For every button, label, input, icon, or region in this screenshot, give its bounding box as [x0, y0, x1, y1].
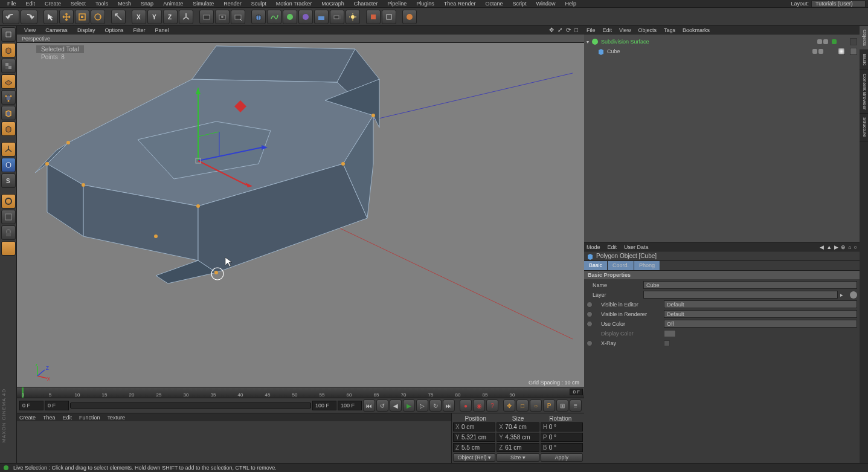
- attr-tab-coord[interactable]: Coord.: [608, 261, 634, 270]
- menu-select[interactable]: Select: [66, 1, 91, 7]
- om-menu-tags[interactable]: Tags: [664, 27, 675, 33]
- cmd-texture[interactable]: Texture: [108, 415, 126, 421]
- am-menu-userdata[interactable]: User Data: [624, 244, 649, 250]
- prev-frame-button[interactable]: ◀: [390, 399, 402, 412]
- menu-sculpt[interactable]: Sculpt: [246, 1, 271, 7]
- next-key-button[interactable]: ↻: [429, 399, 442, 412]
- workplane-mode[interactable]: [1, 74, 16, 89]
- tweak-mode[interactable]: [1, 158, 16, 172]
- keyopts-button[interactable]: ?: [486, 399, 498, 412]
- coord-rot-b[interactable]: B0 °: [541, 443, 583, 452]
- timeline-start-frame[interactable]: 0 F: [19, 401, 43, 410]
- om-menu-view[interactable]: View: [619, 27, 631, 33]
- am-nav-home[interactable]: ⌂: [848, 244, 851, 250]
- coord-mode-dropdown[interactable]: Object (Rel) ▾: [453, 453, 495, 462]
- axis-x-lock[interactable]: X: [132, 10, 146, 24]
- recent-tool[interactable]: [111, 10, 126, 24]
- am-nav-new[interactable]: ⊕: [841, 244, 846, 250]
- key-rot-button[interactable]: ○: [530, 399, 542, 412]
- thea-tool1[interactable]: [366, 10, 381, 24]
- edge-mode[interactable]: [1, 106, 16, 120]
- menu-character[interactable]: Character: [349, 1, 383, 7]
- menu-create[interactable]: Create: [40, 1, 66, 7]
- move-tool[interactable]: [59, 10, 74, 24]
- attr-visrenderer-radio[interactable]: [587, 311, 593, 317]
- locked-tool[interactable]: [1, 225, 16, 240]
- attr-viseditor-dropdown[interactable]: Default: [664, 300, 857, 308]
- menu-script[interactable]: Script: [507, 1, 531, 7]
- side-tab-objects[interactable]: Objects: [860, 26, 868, 50]
- timeline-range-end[interactable]: 100 F: [312, 401, 336, 410]
- undo-button[interactable]: [2, 10, 19, 24]
- next-frame-button[interactable]: ▷: [416, 399, 428, 412]
- object-tree[interactable]: ▾ Subdivision Surface Cube: [584, 34, 860, 243]
- attr-xray-checkbox[interactable]: [664, 340, 670, 346]
- octane-settings[interactable]: [402, 10, 417, 24]
- attr-xray-radio[interactable]: [587, 340, 593, 346]
- coord-size-z[interactable]: Z61 cm: [497, 443, 539, 452]
- key-pos-button[interactable]: ✥: [503, 399, 515, 412]
- attr-tab-phong[interactable]: Phong: [634, 261, 660, 270]
- axis-y-lock[interactable]: Y: [147, 10, 162, 24]
- menu-animate[interactable]: Animate: [158, 1, 188, 7]
- coord-rot-h[interactable]: H0 °: [541, 422, 583, 432]
- coord-pos-y[interactable]: Y5.321 cm: [453, 433, 495, 442]
- layout-dropdown[interactable]: Tutorials (User): [811, 1, 866, 7]
- tag2-icon[interactable]: [850, 48, 857, 55]
- vp-maximize-icon[interactable]: □: [574, 27, 582, 34]
- misc-tool[interactable]: [1, 241, 16, 256]
- menu-snap[interactable]: Snap: [136, 1, 158, 7]
- cmd-thea[interactable]: Thea: [43, 415, 56, 421]
- axis-z-lock[interactable]: Z: [163, 10, 178, 24]
- attr-tab-basic[interactable]: Basic: [584, 261, 608, 270]
- key-pla-button[interactable]: ⊞: [556, 399, 568, 412]
- add-spline[interactable]: [267, 10, 281, 24]
- menu-pipeline[interactable]: Pipeline: [382, 1, 411, 7]
- render-pv[interactable]: [215, 10, 230, 24]
- add-environment[interactable]: [314, 10, 329, 24]
- timeline-range-start[interactable]: 0 F: [45, 401, 69, 410]
- am-nav-up[interactable]: ▲: [826, 244, 832, 250]
- add-cube[interactable]: [251, 10, 266, 24]
- key-param-button[interactable]: P: [543, 399, 555, 412]
- om-menu-edit[interactable]: Edit: [603, 27, 612, 33]
- phong-tag-icon[interactable]: [838, 48, 845, 55]
- vp-menu-display[interactable]: Display: [72, 27, 100, 33]
- vp-zoom-icon[interactable]: ⤢: [558, 27, 565, 34]
- viewport-solo[interactable]: [1, 210, 16, 224]
- menu-simulate[interactable]: Simulate: [188, 1, 219, 7]
- menu-tools[interactable]: Tools: [91, 1, 113, 7]
- menu-help[interactable]: Help: [560, 1, 581, 7]
- om-menu-file[interactable]: File: [587, 27, 596, 33]
- menu-thea[interactable]: Thea Render: [439, 1, 481, 7]
- vp-menu-options[interactable]: Options: [100, 27, 128, 33]
- scale-tool[interactable]: [75, 10, 89, 24]
- render-view[interactable]: [199, 10, 214, 24]
- attr-displaycolor-swatch[interactable]: [664, 330, 676, 337]
- key-scale-button[interactable]: □: [516, 399, 529, 412]
- timeline-end-frame[interactable]: 100 F: [338, 401, 362, 410]
- texture-mode[interactable]: [1, 59, 16, 73]
- menu-plugins[interactable]: Plugins: [411, 1, 439, 7]
- attr-name-input[interactable]: Cube: [643, 281, 857, 289]
- timeline-slider[interactable]: [70, 402, 311, 409]
- coord-size-x[interactable]: X70.4 cm: [497, 422, 539, 432]
- redo-button[interactable]: [21, 10, 37, 24]
- am-nav-lock[interactable]: ○: [854, 244, 857, 250]
- attr-layer-menu-icon[interactable]: ▸: [840, 292, 847, 298]
- axis-tool[interactable]: [1, 142, 16, 157]
- menu-motiontracker[interactable]: Motion Tracker: [271, 1, 317, 7]
- tree-tag-icon[interactable]: [850, 38, 857, 45]
- point-mode[interactable]: [1, 90, 16, 105]
- om-menu-bookmarks[interactable]: Bookmarks: [683, 27, 710, 33]
- vp-menu-cameras[interactable]: Cameras: [40, 27, 72, 33]
- coord-size-y[interactable]: Y4.358 cm: [497, 433, 539, 442]
- vp-pan-icon[interactable]: ✥: [549, 27, 556, 34]
- attr-viseditor-radio[interactable]: [587, 302, 593, 308]
- render-settings[interactable]: [231, 10, 245, 24]
- am-nav-next[interactable]: ▶: [834, 244, 838, 250]
- menu-window[interactable]: Window: [531, 1, 560, 7]
- am-menu-edit[interactable]: Edit: [608, 244, 617, 250]
- model-mode[interactable]: [1, 43, 16, 57]
- am-nav-prev[interactable]: ◀: [820, 244, 824, 250]
